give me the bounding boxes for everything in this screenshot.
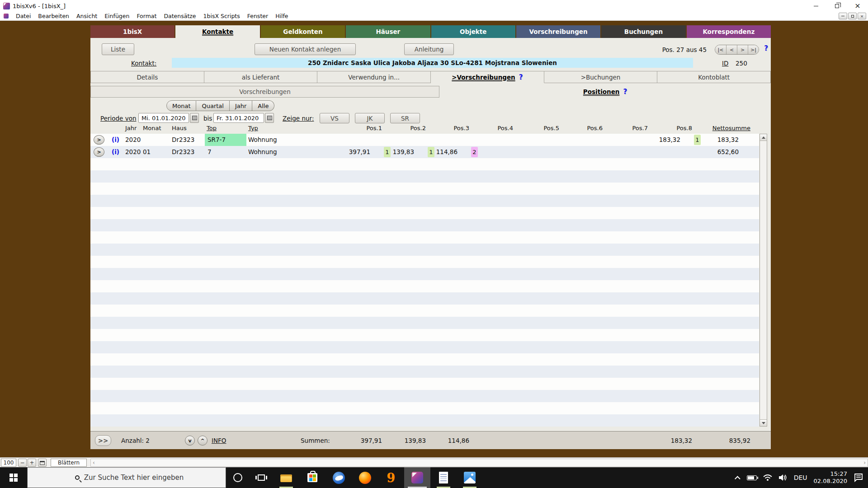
- task-view-button[interactable]: [250, 467, 273, 488]
- restore-button[interactable]: [826, 0, 847, 12]
- tab-korrespondenz[interactable]: Korrespondenz: [687, 25, 771, 38]
- nav-next-button[interactable]: >: [737, 45, 748, 54]
- help-icon[interactable]: ?: [519, 73, 523, 81]
- filter-sr-button[interactable]: SR: [390, 113, 420, 123]
- info-icon[interactable]: (i): [112, 134, 119, 146]
- menu-einfügen[interactable]: Einfügen: [101, 12, 133, 20]
- subtab-details[interactable]: Details: [90, 71, 204, 83]
- tray-chevron-icon[interactable]: [735, 476, 741, 482]
- thunderbird-button[interactable]: [326, 467, 352, 488]
- scroll-up-icon[interactable]: [760, 134, 767, 141]
- new-contact-button[interactable]: Neuen Kontakt anlegen: [255, 43, 356, 55]
- kontakt-field[interactable]: 250 Znidarc Saska Ulica Jakoba Aljaza 30…: [172, 58, 693, 68]
- file-explorer-button[interactable]: [273, 467, 299, 488]
- nav-first-button[interactable]: |<: [715, 45, 726, 54]
- subtab-als-lieferant[interactable]: als Lieferant: [204, 71, 318, 83]
- periode-von-label[interactable]: Periode von: [100, 115, 137, 122]
- cortana-button[interactable]: [226, 467, 250, 488]
- calendar-icon[interactable]: [190, 113, 199, 123]
- tab-vorschreibungen[interactable]: Vorschreibungen: [516, 25, 600, 38]
- store-button[interactable]: [299, 467, 326, 488]
- anleitung-button[interactable]: Anleitung: [404, 43, 454, 55]
- start-button[interactable]: [0, 467, 27, 488]
- minimize-button[interactable]: [806, 0, 826, 12]
- positionen-label[interactable]: Positionen: [583, 88, 620, 95]
- zeige-nur-label[interactable]: Zeige nur:: [283, 115, 314, 122]
- nav-previous-button[interactable]: <: [726, 45, 737, 54]
- tab-buchungen[interactable]: Buchungen: [601, 25, 685, 38]
- tab-kontakte[interactable]: Kontakte: [175, 25, 259, 38]
- zoom-in-button[interactable]: +: [28, 459, 36, 467]
- tab-1bisx[interactable]: 1bisX: [90, 25, 175, 38]
- tab-geldkonten[interactable]: Geldkonten: [261, 25, 345, 38]
- zoom-out-button[interactable]: −: [18, 459, 27, 467]
- menu-fenster[interactable]: Fenster: [244, 12, 272, 20]
- wifi-icon[interactable]: [763, 474, 772, 481]
- menu-hilfe[interactable]: Hilfe: [272, 12, 292, 20]
- row-detail-button[interactable]: >: [94, 135, 104, 145]
- menu-ansicht[interactable]: Ansicht: [73, 12, 101, 20]
- subtab-label: >Vorschreibungen: [452, 74, 515, 81]
- nav-last-button[interactable]: >|: [748, 45, 759, 54]
- column-header-nettosumme[interactable]: Nettosumme: [701, 125, 750, 131]
- firefox-button[interactable]: [352, 467, 378, 488]
- menu-format[interactable]: Format: [133, 12, 160, 20]
- filter-jk-button[interactable]: JK: [355, 113, 385, 123]
- language-indicator[interactable]: DEU: [794, 474, 807, 481]
- subtab-buchungen[interactable]: >Buchungen: [544, 71, 658, 83]
- subtab-label: Details: [137, 74, 158, 81]
- filemaker-button[interactable]: [404, 467, 430, 488]
- menu-1bisx-scripts[interactable]: 1bisX Scripts: [200, 12, 244, 20]
- column-header-typ[interactable]: Typ: [248, 125, 258, 131]
- horizontal-scrollbar[interactable]: ‹ ›: [90, 459, 868, 467]
- scroll-down-icon[interactable]: [760, 419, 767, 426]
- tab-häuser[interactable]: Häuser: [346, 25, 430, 38]
- table-row-empty: [90, 317, 759, 329]
- calendar-icon[interactable]: [265, 113, 274, 123]
- scroll-left-icon[interactable]: ‹: [93, 460, 95, 466]
- segment-quartal[interactable]: Quartal: [196, 100, 229, 111]
- taskbar-search-input[interactable]: Zur Suche Text hier eingeben: [27, 467, 226, 488]
- mdi-minimize-button[interactable]: [839, 13, 847, 19]
- mdi-close-button[interactable]: ×: [858, 13, 866, 19]
- subtab-kontoblatt[interactable]: Kontoblatt: [657, 71, 771, 83]
- periode-von-input[interactable]: Mi. 01.01.2020: [138, 113, 189, 123]
- scroll-right-icon[interactable]: ›: [863, 460, 866, 466]
- document-app-button[interactable]: [430, 467, 457, 488]
- periode-bis-input[interactable]: Fr. 31.01.2020: [213, 113, 264, 123]
- subtab-verwendung-in[interactable]: Verwendung in...: [317, 71, 431, 83]
- filter-vs-button[interactable]: VS: [320, 113, 349, 123]
- collapse-icon[interactable]: v: [185, 436, 195, 446]
- help-icon[interactable]: ?: [623, 88, 627, 96]
- app-nine-button[interactable]: 9: [378, 467, 404, 488]
- volume-icon[interactable]: [778, 474, 788, 481]
- id-label[interactable]: ID: [722, 60, 728, 67]
- info-icon[interactable]: (i): [112, 146, 119, 158]
- menu-bearbeiten[interactable]: Bearbeiten: [34, 12, 73, 20]
- layout-mode-icon[interactable]: [38, 459, 47, 467]
- expand-button[interactable]: >>: [95, 435, 111, 446]
- zoom-level[interactable]: 100: [1, 459, 16, 467]
- row-detail-button[interactable]: >: [94, 147, 104, 157]
- photos-button[interactable]: [457, 467, 483, 488]
- menu-datensätze[interactable]: Datensätze: [160, 12, 199, 20]
- info-link[interactable]: INFO: [212, 437, 226, 444]
- segment-monat[interactable]: Monat: [166, 100, 196, 111]
- help-icon[interactable]: ?: [764, 44, 768, 52]
- close-button[interactable]: ×: [847, 0, 868, 12]
- expand-icon[interactable]: ^: [198, 436, 208, 446]
- table-scrollbar[interactable]: [760, 134, 767, 427]
- mdi-restore-button[interactable]: [848, 13, 857, 19]
- column-header-top[interactable]: Top: [207, 125, 217, 131]
- taskbar-clock[interactable]: 15:27 02.08.2020: [814, 470, 847, 485]
- segment-jahr[interactable]: Jahr: [230, 100, 252, 111]
- liste-button[interactable]: Liste: [102, 43, 134, 55]
- action-center-icon[interactable]: [854, 473, 863, 482]
- menu-datei[interactable]: Datei: [12, 12, 34, 20]
- kontakt-label[interactable]: Kontakt:: [131, 60, 156, 67]
- mode-selector[interactable]: Blättern: [51, 459, 87, 467]
- battery-icon[interactable]: [747, 475, 757, 480]
- tab-objekte[interactable]: Objekte: [431, 25, 515, 38]
- subtab-vorschreibungen[interactable]: >Vorschreibungen?: [431, 71, 544, 83]
- segment-alle[interactable]: Alle: [252, 100, 274, 111]
